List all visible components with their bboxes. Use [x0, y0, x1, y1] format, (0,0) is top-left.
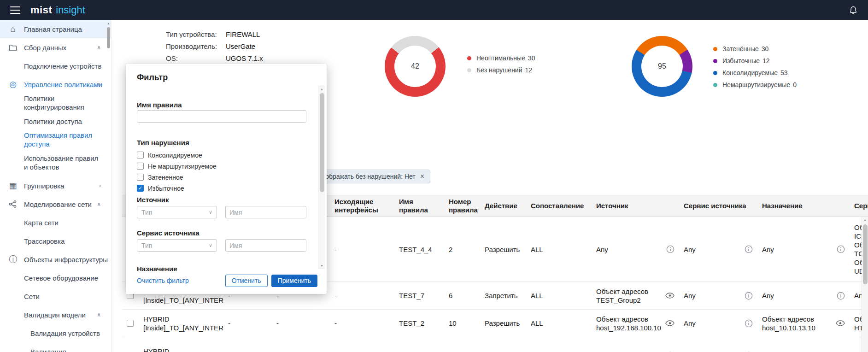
app-logo: mistinsight	[30, 4, 85, 16]
optimality-donut-chart: 42	[385, 36, 446, 97]
cell-col-b: -	[272, 310, 330, 337]
sidebar-item-infrastructure-objects[interactable]: ⓘ Объекты инфраструктуры ∧	[0, 250, 111, 269]
scroll-up-icon[interactable]: ▲	[319, 86, 325, 92]
legend-item: Без нарушений 12	[467, 66, 535, 74]
sidebar-item-validation[interactable]: Валидация	[0, 342, 111, 352]
table-scrollbar[interactable]: ▲	[862, 217, 868, 352]
checkbox[interactable]	[137, 163, 144, 170]
sidebar-scrollbar[interactable]: ▲	[106, 21, 111, 351]
scroll-up-icon[interactable]: ▲	[106, 21, 111, 26]
rule-name-input[interactable]	[137, 110, 306, 123]
checkbox[interactable]	[137, 185, 144, 192]
sidebar-item-grouping[interactable]: ▦ Группировка ›	[0, 176, 111, 195]
legend-dot	[713, 47, 717, 51]
sidebar-item-device-connection[interactable]: Подключение устройств	[0, 57, 111, 75]
sidebar-item-access-rules-optimization[interactable]: Оптимизация правил доступа	[0, 130, 111, 149]
scrollbar-thumb[interactable]	[863, 224, 868, 284]
chevron-down-icon: ∨	[209, 209, 212, 215]
chevron-up-icon[interactable]: ∧	[97, 44, 101, 51]
violation-option-unroutable[interactable]: Не маршрутизируемое	[137, 162, 306, 170]
cell-rule-name: Test_1123	[394, 337, 444, 352]
scrollbar-thumb[interactable]	[107, 27, 110, 48]
eye-icon[interactable]	[665, 293, 674, 299]
sidebar-item-rules-objects-usage[interactable]: Использование правил и объектов	[0, 149, 111, 176]
info-icon[interactable]	[745, 292, 753, 300]
sidebar-item-label: Валидация модели	[24, 311, 86, 319]
cell-line: HYBRID	[143, 347, 223, 352]
cell-text: Any	[762, 245, 774, 254]
menu-icon[interactable]	[10, 6, 20, 14]
info-icon[interactable]	[837, 245, 845, 253]
modal-scrollbar[interactable]: ▲ ▼	[318, 86, 325, 269]
cell-rule-number: 2	[444, 217, 480, 282]
cell-text: Объект адресов host_192.168.100.10	[596, 315, 663, 332]
sidebar-item-network-map[interactable]: Карта сети	[0, 213, 111, 232]
info-icon[interactable]	[666, 245, 674, 253]
scroll-down-icon[interactable]: ▼	[319, 263, 325, 269]
device-type-label: Тип устройства:	[166, 30, 226, 38]
policy-icon: ◎	[8, 79, 18, 89]
close-icon[interactable]: ×	[420, 173, 424, 180]
legend-value: 53	[780, 69, 788, 76]
violation-option-redundant[interactable]: Избыточное	[137, 184, 306, 193]
eye-icon[interactable]	[836, 320, 845, 326]
sidebar-item-home[interactable]: ⌂ Главная страница	[0, 20, 111, 38]
cell-rule-number: 11	[444, 337, 480, 352]
checkbox[interactable]	[137, 152, 144, 158]
eye-icon[interactable]	[665, 320, 674, 326]
cell-text: Any	[684, 245, 696, 254]
sidebar-item-network-modeling[interactable]: Моделирование сети ∧	[0, 195, 111, 213]
apply-button[interactable]: Применить	[271, 275, 317, 287]
sidebar-item-tracing[interactable]: Трассировка	[0, 232, 111, 250]
sidebar-item-label: Главная страница	[24, 25, 82, 34]
violation-option-consolidatable[interactable]: Консолидируемое	[137, 151, 306, 159]
info-icon[interactable]	[837, 292, 845, 300]
sidebar-item-label: Валидация	[30, 347, 66, 352]
sidebar-item-policy-management[interactable]: ◎ Управление политиками ∧	[0, 75, 111, 94]
sidebar-item-device-validation[interactable]: Валидация устройств	[0, 324, 111, 342]
bell-icon[interactable]	[849, 5, 858, 15]
table-row[interactable]: HYBRID [Inside]_TO_[ANY_INTERFA… - - - T…	[122, 310, 868, 337]
source-service-type-select[interactable]: Тип ∨	[137, 239, 217, 252]
table-row[interactable]: HYBRID [Inside]_TO_[ANY_INTERFA… - - - T…	[122, 337, 868, 352]
cancel-button[interactable]: Отменить	[225, 275, 268, 287]
sidebar-item-networks[interactable]: Сети	[0, 287, 111, 305]
source-name-input[interactable]	[225, 206, 306, 218]
sidebar-item-model-validation[interactable]: Валидация модели ∧	[0, 305, 111, 324]
filter-chip[interactable]: Отображать без нарушений: Нет ×	[311, 170, 430, 183]
header-rule-number: Номер правила	[444, 195, 480, 217]
chevron-up-icon[interactable]: ∧	[97, 256, 101, 263]
violation-option-shadowed[interactable]: Затененное	[137, 173, 306, 182]
source-label: Источник	[137, 196, 306, 204]
filter-modal: Фильтр Имя правила Тип нарушения Консоли…	[126, 64, 327, 294]
info-icon[interactable]	[745, 319, 753, 328]
cell-source-service: Any	[679, 337, 757, 352]
info-icon[interactable]	[745, 245, 753, 253]
violation-type-label: Тип нарушения	[137, 139, 306, 147]
sidebar-item-configuration-policies[interactable]: Политики конфигурирования	[0, 94, 111, 112]
legend-item: Затенённые 30	[713, 45, 797, 53]
cell-match: ALL	[526, 217, 592, 282]
chevron-up-icon[interactable]: ∧	[97, 201, 101, 207]
sidebar-item-network-equipment[interactable]: Сетевое оборудование	[0, 269, 111, 287]
scroll-up-icon[interactable]: ▲	[862, 217, 868, 223]
sidebar-item-label: Валидация устройств	[30, 329, 100, 338]
chevron-right-icon[interactable]: ›	[99, 182, 101, 189]
source-type-select[interactable]: Тип ∨	[137, 206, 217, 218]
cell-line: [Inside]_TO_[ANY_INTERFA…	[143, 296, 223, 305]
cell-text: Объект адресов host_10.10.13.10	[762, 315, 833, 332]
chevron-up-icon[interactable]: ∧	[97, 81, 101, 88]
scrollbar-thumb[interactable]	[320, 93, 324, 192]
row-checkbox[interactable]	[127, 320, 134, 327]
sidebar-item-data-collection[interactable]: Сбор данных ∧	[0, 38, 111, 57]
optimality-legend: Неоптимальные 30 Без нарушений 12	[467, 54, 535, 74]
chevron-up-icon[interactable]: ∧	[97, 311, 101, 318]
sidebar-item-access-policies[interactable]: Политики доступа	[0, 112, 111, 130]
cell-rule-number: 6	[444, 282, 480, 309]
clear-filter-link[interactable]: Очистить фильтр	[137, 277, 189, 284]
legend-label: Консолидируемые	[722, 69, 778, 76]
select-placeholder: Тип	[141, 242, 152, 249]
checkbox[interactable]	[137, 174, 144, 181]
donut-total: 95	[632, 36, 692, 97]
source-service-name-input[interactable]	[225, 239, 306, 252]
